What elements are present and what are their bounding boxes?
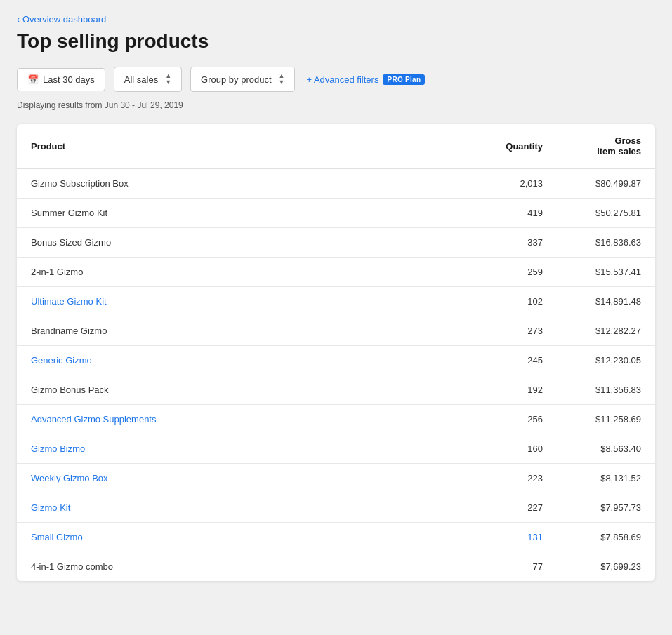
table-cell-gross-sales: $8,131.52 [557, 464, 655, 493]
table-cell-product: Summer Gizmo Kit [17, 199, 473, 228]
pro-plan-badge: PRO Plan [383, 74, 425, 85]
table-cell-gross-sales: $12,282.27 [557, 316, 655, 346]
sales-type-label: All sales [124, 74, 158, 85]
table-cell-gross-sales: $7,858.69 [557, 523, 655, 552]
select-arrows-icon: ▲▼ [165, 73, 171, 86]
table-cell-product: Bonus Sized Gizmo [17, 228, 473, 258]
table-cell-product[interactable]: Ultimate Gizmo Kit [17, 287, 473, 316]
table-cell-product: Gizmo Bonus Pack [17, 375, 473, 405]
breadcrumb[interactable]: ‹ Overview dashboard [17, 14, 655, 25]
table-cell-gross-sales: $15,537.41 [557, 258, 655, 287]
table-header-row: Product Quantity Grossitem sales [17, 124, 655, 168]
table-row: Small Gizmo131$7,858.69 [17, 523, 655, 552]
table-cell-gross-sales: $80,499.87 [557, 168, 655, 199]
table-row: Gizmo Bonus Pack192$11,356.83 [17, 375, 655, 405]
table-cell-quantity: 337 [473, 228, 557, 258]
table-cell-product[interactable]: Gizmo Bizmo [17, 434, 473, 464]
table-cell-product[interactable]: Advanced Gizmo Supplements [17, 405, 473, 434]
table-cell-quantity: 419 [473, 199, 557, 228]
advanced-filters-label: + Advanced filters [306, 74, 378, 85]
table-cell-quantity: 223 [473, 464, 557, 493]
sales-type-filter[interactable]: All sales ▲▼ [114, 67, 182, 92]
col-header-quantity: Quantity [473, 124, 557, 168]
table-cell-quantity: 77 [473, 552, 557, 582]
table-cell-quantity: 273 [473, 316, 557, 346]
table-cell-gross-sales: $14,891.48 [557, 287, 655, 316]
filters-row: 📅 Last 30 days All sales ▲▼ Group by pro… [17, 67, 655, 92]
table-row: 4-in-1 Gizmo combo77$7,699.23 [17, 552, 655, 582]
select-arrows-icon-2: ▲▼ [279, 73, 285, 86]
table-row: Gizmo Bizmo160$8,563.40 [17, 434, 655, 464]
table-cell-gross-sales: $16,836.63 [557, 228, 655, 258]
date-range-display: Displaying results from Jun 30 - Jul 29,… [17, 100, 655, 110]
table-cell-quantity: 131 [473, 523, 557, 552]
group-by-label: Group by product [201, 74, 271, 85]
table-cell-product[interactable]: Gizmo Kit [17, 493, 473, 523]
col-header-product: Product [17, 124, 473, 168]
table-cell-product[interactable]: Weekly Gizmo Box [17, 464, 473, 493]
table-cell-quantity: 245 [473, 346, 557, 375]
date-range-label: Last 30 days [43, 74, 95, 85]
col-header-gross-sales: Grossitem sales [557, 124, 655, 168]
table-row: Gizmo Subscription Box2,013$80,499.87 [17, 168, 655, 199]
table-cell-quantity: 2,013 [473, 168, 557, 199]
table-row: Generic Gizmo245$12,230.05 [17, 346, 655, 375]
table-cell-quantity: 102 [473, 287, 557, 316]
advanced-filters-button[interactable]: + Advanced filters PRO Plan [306, 74, 425, 85]
date-range-filter[interactable]: 📅 Last 30 days [17, 68, 105, 91]
breadcrumb-label: Overview dashboard [22, 14, 106, 25]
table-cell-gross-sales: $7,699.23 [557, 552, 655, 582]
table-row: Ultimate Gizmo Kit102$14,891.48 [17, 287, 655, 316]
table-cell-gross-sales: $11,258.69 [557, 405, 655, 434]
table-cell-gross-sales: $12,230.05 [557, 346, 655, 375]
table-cell-gross-sales: $8,563.40 [557, 434, 655, 464]
table-cell-quantity: 227 [473, 493, 557, 523]
table-cell-product: 4-in-1 Gizmo combo [17, 552, 473, 582]
table-cell-product[interactable]: Small Gizmo [17, 523, 473, 552]
table-cell-product: Brandname Gizmo [17, 316, 473, 346]
products-table-container: Product Quantity Grossitem sales Gizmo S… [17, 124, 655, 581]
page-title: Top selling products [17, 30, 655, 53]
table-cell-quantity: 256 [473, 405, 557, 434]
table-cell-quantity: 192 [473, 375, 557, 405]
table-row: Brandname Gizmo273$12,282.27 [17, 316, 655, 346]
table-row: Summer Gizmo Kit419$50,275.81 [17, 199, 655, 228]
table-cell-product: 2-in-1 Gizmo [17, 258, 473, 287]
table-cell-gross-sales: $7,957.73 [557, 493, 655, 523]
table-row: Weekly Gizmo Box223$8,131.52 [17, 464, 655, 493]
products-table: Product Quantity Grossitem sales Gizmo S… [17, 124, 655, 581]
calendar-icon: 📅 [27, 74, 39, 85]
table-cell-product: Gizmo Subscription Box [17, 168, 473, 199]
table-row: Advanced Gizmo Supplements256$11,258.69 [17, 405, 655, 434]
table-cell-gross-sales: $50,275.81 [557, 199, 655, 228]
table-row: Bonus Sized Gizmo337$16,836.63 [17, 228, 655, 258]
table-cell-gross-sales: $11,356.83 [557, 375, 655, 405]
table-row: Gizmo Kit227$7,957.73 [17, 493, 655, 523]
table-cell-quantity: 259 [473, 258, 557, 287]
table-cell-quantity: 160 [473, 434, 557, 464]
table-cell-product[interactable]: Generic Gizmo [17, 346, 473, 375]
table-row: 2-in-1 Gizmo259$15,537.41 [17, 258, 655, 287]
chevron-left-icon: ‹ [17, 15, 20, 25]
group-by-filter[interactable]: Group by product ▲▼ [190, 67, 295, 92]
